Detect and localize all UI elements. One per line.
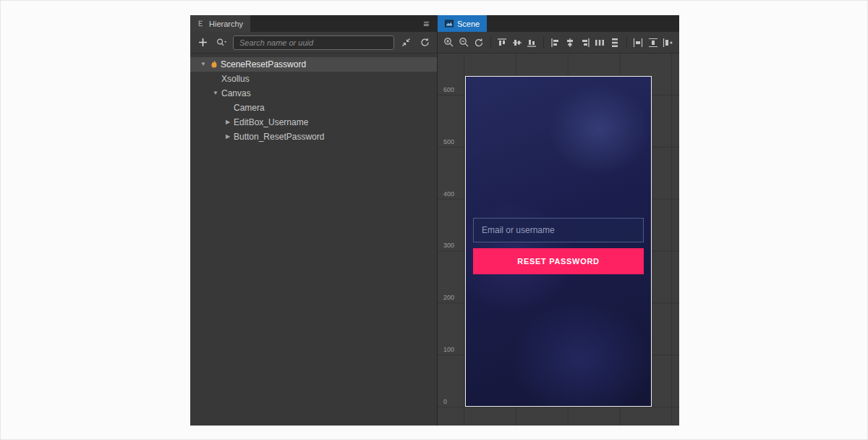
ruler-label-500: 500: [443, 138, 454, 145]
ruler-label-0: 0: [443, 398, 447, 405]
toolbar-divider: [543, 37, 544, 48]
ruler-label-200: 200: [443, 294, 454, 301]
expander-icon[interactable]: ▼: [210, 86, 221, 101]
ruler-label-100: 100: [443, 346, 454, 353]
scene-panel: Scene: [438, 15, 679, 426]
reset-password-button-node[interactable]: RESET PASSWORD: [473, 248, 644, 274]
tree-item-Button_ResetPassword[interactable]: ▶ Button_ResetPassword: [190, 130, 437, 144]
hierarchy-tree: ▼ SceneResetPassword Xsollus ▼ Canvas Ca…: [190, 54, 437, 426]
tree-item-label: Camera: [234, 103, 265, 113]
scene-viewport[interactable]: 6005004003002001000 Email or username RE…: [438, 54, 679, 426]
scene-icon: [445, 20, 454, 28]
hierarchy-panel: Hierarchy ≡: [190, 15, 438, 426]
toolbar-divider: [626, 37, 627, 48]
tab-hierarchy[interactable]: Hierarchy: [190, 15, 250, 32]
align-top-icon[interactable]: [496, 35, 509, 50]
toolbar-divider: [490, 37, 491, 48]
tree-item-SceneResetPassword[interactable]: ▼ SceneResetPassword: [190, 57, 437, 72]
expander-icon[interactable]: ▶: [222, 130, 234, 144]
tree-item-label: Xsollus: [221, 74, 250, 84]
align-right-icon[interactable]: [579, 35, 592, 50]
collapse-all-icon[interactable]: [399, 35, 413, 50]
zoom-out-icon[interactable]: [458, 35, 471, 50]
align-left-icon[interactable]: [549, 35, 562, 50]
stretch-horizontal-icon[interactable]: [632, 35, 645, 50]
scene-toolbar: [438, 32, 679, 54]
ruler-label-600: 600: [443, 86, 454, 93]
expander-icon[interactable]: ▼: [197, 57, 209, 72]
editbox-username-node[interactable]: Email or username: [473, 218, 644, 242]
search-input[interactable]: [233, 35, 394, 50]
tree-item-label: EditBox_Username: [234, 117, 308, 127]
ruler-label-400: 400: [443, 190, 454, 198]
zoom-in-icon[interactable]: [443, 35, 456, 50]
tree-item-Camera[interactable]: Camera: [190, 101, 437, 115]
tree-item-Xsollus[interactable]: Xsollus: [190, 72, 437, 86]
design-canvas[interactable]: Email or username RESET PASSWORD: [465, 76, 652, 407]
tab-scene-label: Scene: [457, 20, 480, 28]
tree-item-label: Button_ResetPassword: [234, 132, 324, 142]
tab-scene[interactable]: Scene: [438, 15, 487, 32]
ruler-label-300: 300: [443, 242, 454, 249]
hierarchy-tabbar: Hierarchy ≡: [190, 15, 437, 32]
align-bottom-icon[interactable]: [526, 35, 539, 50]
distribute-horizontal-icon[interactable]: [594, 35, 607, 50]
expander-icon[interactable]: ▶: [222, 115, 234, 130]
tab-hierarchy-label: Hierarchy: [209, 20, 243, 28]
align-vertical-center-icon[interactable]: [511, 35, 524, 50]
search-filter-button[interactable]: [214, 35, 229, 50]
editbox-placeholder-text: Email or username: [482, 225, 555, 235]
scene-asset-icon: [209, 60, 219, 69]
tree-item-label: SceneResetPassword: [221, 59, 306, 69]
desktop-background: Hierarchy ≡: [0, 0, 868, 440]
scene-tabbar: Scene: [438, 15, 679, 32]
tree-item-label: Canvas: [221, 88, 251, 98]
hierarchy-icon: [197, 20, 205, 28]
resize-canvas-icon[interactable]: [662, 35, 675, 50]
tree-item-Canvas[interactable]: ▼ Canvas: [190, 86, 437, 101]
align-horizontal-center-icon[interactable]: [564, 35, 577, 50]
panel-menu-icon[interactable]: ≡: [415, 15, 437, 32]
editor-window: Hierarchy ≡: [190, 15, 679, 426]
distribute-vertical-icon[interactable]: [608, 35, 621, 50]
hierarchy-toolbar: [190, 32, 437, 54]
tree-item-EditBox_Username[interactable]: ▶ EditBox_Username: [190, 115, 437, 130]
refresh-icon[interactable]: [417, 35, 432, 50]
add-node-button[interactable]: [195, 35, 210, 50]
stretch-vertical-icon[interactable]: [647, 35, 660, 50]
reset-password-button-label: RESET PASSWORD: [517, 257, 600, 266]
reset-view-icon[interactable]: [472, 35, 485, 50]
